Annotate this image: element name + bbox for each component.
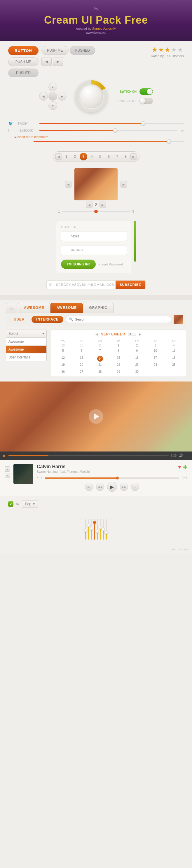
cal-day[interactable]: 29 <box>109 369 128 374</box>
page-2[interactable]: 2 <box>71 153 79 160</box>
cal-day[interactable]: 25 <box>165 362 183 369</box>
eq-slider-1[interactable] <box>85 518 86 541</box>
eq-knob-5[interactable] <box>96 530 99 533</box>
knob-ring[interactable] <box>75 80 107 112</box>
cal-day[interactable]: 12 <box>54 355 72 362</box>
subtab-user[interactable]: USER <box>9 316 29 323</box>
music-progress-track[interactable] <box>45 477 179 478</box>
page-1[interactable]: 1 <box>63 153 70 160</box>
cal-day[interactable]: 22 <box>109 362 128 369</box>
eq-genre-select[interactable]: Pop ▾ <box>22 500 38 508</box>
music-play-btn[interactable]: ▶ <box>107 482 117 492</box>
search-input[interactable] <box>75 318 168 321</box>
push-me-button[interactable]: PUSH ME <box>8 58 38 66</box>
eq-knob-7[interactable] <box>101 528 105 531</box>
page-8[interactable]: 8 <box>122 153 130 160</box>
username-input[interactable] <box>61 231 127 241</box>
third-thumb[interactable] <box>167 140 171 144</box>
author-link[interactable]: Sergey Azovskiy <box>92 27 116 30</box>
cal-day[interactable]: 4 <box>165 343 183 348</box>
music-prev[interactable]: ◀◀ <box>96 483 104 491</box>
cal-day[interactable] <box>146 369 164 374</box>
tab-awesome-2-active[interactable]: AWESOME <box>51 303 83 313</box>
toggle-on[interactable] <box>139 88 153 95</box>
tab-home[interactable]: ⌂ <box>6 303 17 313</box>
dpad-center[interactable] <box>49 92 57 101</box>
arrow-left-btn[interactable]: ◀ <box>41 57 52 66</box>
facebook-thumb[interactable] <box>113 128 117 132</box>
favorite-icon[interactable]: ♥ <box>178 464 181 470</box>
dropdown-item-2[interactable]: User Interface <box>6 353 46 361</box>
page-7[interactable]: 7 <box>114 153 121 160</box>
need-more-link[interactable]: Need more elements! <box>14 135 184 138</box>
range-track[interactable] <box>62 211 130 212</box>
video-play-sm-icon[interactable]: ▶ <box>3 453 6 458</box>
dpad-right[interactable]: ▶ <box>58 92 67 101</box>
cal-day-dot[interactable]: 17 <box>146 355 164 362</box>
signin-button[interactable]: I'M GOING IN! <box>61 259 96 269</box>
eq-slider-6[interactable] <box>100 518 101 541</box>
cal-day[interactable]: 15 <box>109 355 128 362</box>
carousel-prev[interactable]: ◀ <box>65 181 71 188</box>
cal-day[interactable]: 23 <box>128 362 146 369</box>
dpad-up[interactable]: ▲ <box>49 83 57 91</box>
twitter-thumb[interactable] <box>141 121 145 125</box>
eq-knob-3[interactable] <box>90 527 93 530</box>
video-play-button[interactable] <box>89 409 103 424</box>
fullscreen-icon[interactable]: ⛶ <box>186 454 189 458</box>
cal-day[interactable]: 29 <box>54 343 72 348</box>
video-progress-bar[interactable] <box>8 455 169 456</box>
eq-slider-3[interactable] <box>91 518 92 541</box>
carousel-prev-2[interactable]: ◀ <box>86 202 93 208</box>
cal-day[interactable]: 7 <box>91 348 109 355</box>
twitter-slider[interactable] <box>39 123 184 124</box>
eq-slider-2[interactable] <box>88 518 89 541</box>
cal-day[interactable]: 18 <box>165 355 183 362</box>
cal-day[interactable]: 11 <box>165 348 183 355</box>
pushed-btn[interactable]: PUSHED <box>70 46 95 55</box>
cal-day[interactable]: 30 <box>72 343 91 348</box>
music-next-next[interactable]: ⏭ <box>131 483 139 491</box>
cal-day[interactable]: 1 <box>109 343 128 348</box>
cal-day[interactable]: 28 <box>91 369 109 374</box>
cal-day[interactable]: 6 <box>72 348 91 355</box>
cal-day[interactable]: 30 <box>128 369 146 374</box>
forgot-password-link[interactable]: Forgot Password <box>99 262 123 266</box>
subscribe-button[interactable]: SUBSCRIBE <box>116 281 145 289</box>
pushed-button[interactable]: PUSHED <box>8 68 38 77</box>
third-slider[interactable] <box>34 141 184 142</box>
dropdown-item-0[interactable]: Awesome <box>6 338 46 346</box>
cal-day[interactable]: 21 <box>91 362 109 369</box>
page-next[interactable]: ▶ <box>130 153 137 160</box>
eq-on-checkbox[interactable]: ✓ ON <box>8 501 20 507</box>
cal-day-dot[interactable]: 8 <box>109 348 128 355</box>
volume-icon[interactable]: 🔊 <box>179 454 183 458</box>
music-nav-down[interactable]: ▼ <box>5 473 10 478</box>
carousel-next-2[interactable]: ▶ <box>99 202 106 208</box>
subtab-interface-active[interactable]: INTERFACE <box>32 316 63 323</box>
page-3-active[interactable]: 3 <box>79 153 87 160</box>
arrow-right-btn[interactable]: ▶ <box>53 57 63 66</box>
music-next[interactable]: ▶▶ <box>120 483 128 491</box>
cal-next[interactable]: ▶ <box>139 332 141 336</box>
cal-day[interactable]: 26 <box>54 369 72 374</box>
cal-day[interactable]: 2 <box>128 343 146 348</box>
carousel-next[interactable]: ▶ <box>121 181 127 188</box>
tab-awesome-1[interactable]: AWESOME <box>18 303 51 313</box>
eq-slider-5[interactable] <box>97 518 98 541</box>
cal-day[interactable]: 27 <box>72 369 91 374</box>
eq-slider-4[interactable] <box>94 518 95 541</box>
eq-knob-4[interactable] <box>93 521 96 524</box>
music-nav-up[interactable]: ▲ <box>5 466 10 472</box>
cal-day[interactable] <box>165 369 183 374</box>
tab-graphic[interactable]: GRAPHIC <box>83 303 113 313</box>
subscribe-email-input[interactable] <box>55 281 116 289</box>
dropdown-select[interactable]: Select ▾ <box>6 330 47 338</box>
page-4[interactable]: 4 <box>88 153 96 160</box>
cal-day[interactable]: 9 <box>128 348 146 355</box>
dpad-left[interactable]: ◀ <box>39 92 48 101</box>
button-primary[interactable]: BUTTON <box>8 46 38 55</box>
eq-slider-8[interactable] <box>106 518 107 541</box>
cal-day[interactable]: 5 <box>54 348 72 355</box>
eq-knob-1[interactable] <box>84 529 88 532</box>
